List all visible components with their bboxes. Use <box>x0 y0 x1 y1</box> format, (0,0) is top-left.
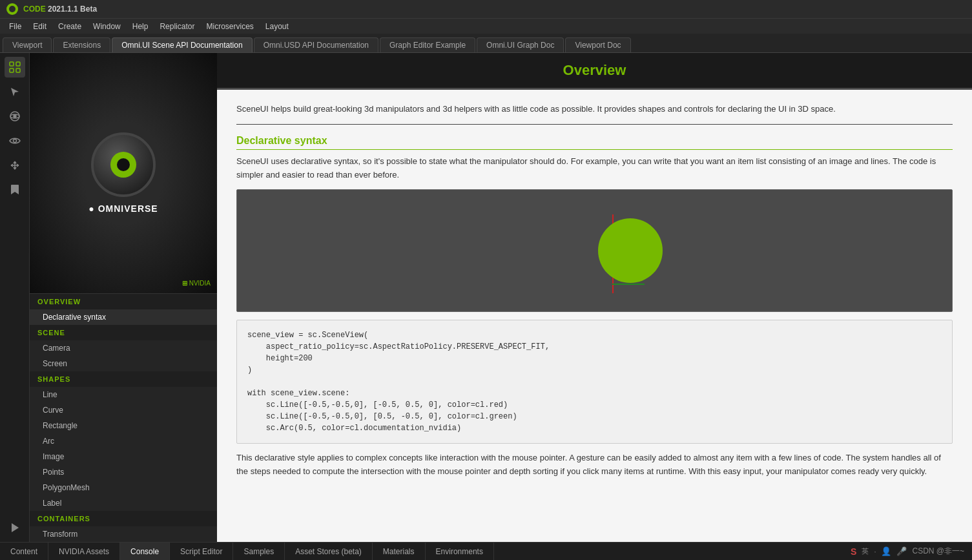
nav-item-label[interactable]: Label <box>30 495 217 511</box>
bottom-tab-materials[interactable]: Materials <box>373 543 426 560</box>
user-indicator: 👤 <box>881 546 891 556</box>
intro-paragraph: SceneUI helps build great-looking 3d man… <box>236 103 953 116</box>
tab-usd-api[interactable]: Omni.USD API Documentation <box>254 37 378 52</box>
tab-graph-doc[interactable]: Omni.UI Graph Doc <box>477 37 564 52</box>
demo-green-line <box>612 284 645 285</box>
svg-point-7 <box>13 140 16 143</box>
svg-rect-3 <box>16 68 20 72</box>
svg-rect-0 <box>10 62 14 66</box>
mic-indicator: 🎤 <box>896 546 907 556</box>
play-icon[interactable] <box>5 517 25 538</box>
ime-indicator: S <box>851 546 856 557</box>
bottom-tab-console[interactable]: Console <box>120 543 170 560</box>
menu-microservices[interactable]: Microservices <box>201 21 258 32</box>
nav-item-rectangle[interactable]: Rectangle <box>30 418 217 433</box>
nav-item-declarative-syntax[interactable]: Declarative syntax <box>30 309 217 325</box>
nav-item-image[interactable]: Image <box>30 449 217 464</box>
tab-extensions[interactable]: Extensions <box>53 37 110 52</box>
svg-point-6 <box>14 115 16 118</box>
menu-help[interactable]: Help <box>127 21 154 32</box>
nav-header-scene: SCENE <box>30 325 217 340</box>
declarative-paragraph: SceneUI uses declarative syntax, so it's… <box>236 155 953 182</box>
nav-item-polygonmesh[interactable]: PolygonMesh <box>30 480 217 495</box>
fit-screen-icon[interactable] <box>5 57 25 78</box>
demo-green-circle <box>598 218 663 283</box>
bottom-tab-script-editor[interactable]: Script Editor <box>170 543 233 560</box>
nav-item-camera[interactable]: Camera <box>30 340 217 356</box>
nav-item-screen[interactable]: Screen <box>30 356 217 371</box>
bottombar: Content NVIDIA Assets Console Script Edi… <box>0 542 972 560</box>
overview-header: Overview <box>217 53 972 90</box>
declarative-section-title: Declarative syntax <box>236 135 953 150</box>
svg-rect-1 <box>16 62 20 66</box>
bottom-tab-samples[interactable]: Samples <box>233 543 285 560</box>
omniverse-wordmark: ● OMNIVERSE <box>88 203 158 214</box>
nav-item-arc[interactable]: Arc <box>30 433 217 449</box>
nav-item-curve[interactable]: Curve <box>30 402 217 418</box>
titlebar: CODE 2021.1.1 Beta <box>0 0 972 18</box>
orbit-icon[interactable] <box>5 106 25 127</box>
menu-replicator[interactable]: Replicator <box>154 21 200 32</box>
closing-paragraph: This declarative style applies to comple… <box>236 451 953 479</box>
nav-item-line[interactable]: Line <box>30 387 217 402</box>
tab-viewport[interactable]: Viewport <box>3 37 52 52</box>
code-block: scene_view = sc.SceneView( aspect_ratio_… <box>236 320 953 444</box>
language-indicator: 英 <box>862 546 869 556</box>
icon-sidebar <box>0 53 30 542</box>
menu-window[interactable]: Window <box>88 21 126 32</box>
nav-header-overview: OVERVIEW <box>30 294 217 309</box>
csdn-label: CSDN @非一~ <box>912 546 964 557</box>
svg-marker-8 <box>12 523 19 532</box>
content-body: SceneUI helps build great-looking 3d man… <box>217 90 972 499</box>
nav-item-transform[interactable]: Transform <box>30 526 217 542</box>
tabbar: Viewport Extensions Omni.UI Scene API Do… <box>0 34 972 53</box>
omniverse-logo: ● OMNIVERSE <box>88 132 158 214</box>
omniverse-circle <box>91 132 156 197</box>
main-area: ● OMNIVERSE ⊞ NVIDIA OVERVIEW Declarativ… <box>0 53 972 542</box>
nvidia-logo: ⊞ NVIDIA <box>182 280 211 287</box>
bottom-right-area: S 英 · 👤 🎤 CSDN @非一~ <box>843 546 972 557</box>
nav-panel: OVERVIEW Declarative syntax SCENE Camera… <box>30 293 217 542</box>
content-area[interactable]: Overview SceneUI helps build great-looki… <box>217 53 972 542</box>
cursor-icon[interactable] <box>5 81 25 102</box>
overview-title: Overview <box>226 62 963 79</box>
section-divider-1 <box>236 124 953 125</box>
svg-rect-2 <box>10 68 14 72</box>
menubar: File Edit Create Window Help Replicator … <box>0 18 972 34</box>
tab-scene-api[interactable]: Omni.UI Scene API Documentation <box>112 37 252 52</box>
omni-inner-circle <box>110 152 136 178</box>
tab-viewport-doc[interactable]: Viewport Doc <box>565 37 630 52</box>
tab-graph-editor[interactable]: Graph Editor Example <box>380 37 475 52</box>
menu-file[interactable]: File <box>4 21 26 32</box>
bottom-tab-asset-stores[interactable]: Asset Stores (beta) <box>285 543 373 560</box>
app-title: CODE 2021.1.1 Beta <box>23 5 97 14</box>
app-logo <box>6 3 18 15</box>
menu-create[interactable]: Create <box>53 21 87 32</box>
preview-image: ● OMNIVERSE ⊞ NVIDIA <box>30 53 217 293</box>
demo-canvas <box>236 189 953 312</box>
nav-item-points[interactable]: Points <box>30 464 217 480</box>
menu-layout[interactable]: Layout <box>260 21 294 32</box>
bottom-tab-nvidia-assets[interactable]: NVIDIA Assets <box>48 543 120 560</box>
menu-edit[interactable]: Edit <box>28 21 52 32</box>
preview-panel: ● OMNIVERSE ⊞ NVIDIA OVERVIEW Declarativ… <box>30 53 217 542</box>
nav-header-containers: CONTAINERS <box>30 511 217 526</box>
bottom-tab-environments[interactable]: Environments <box>426 543 494 560</box>
bookmark-icon[interactable] <box>5 180 25 200</box>
nav-header-shapes: SHAPES <box>30 371 217 387</box>
move-icon[interactable] <box>5 155 25 176</box>
punctuation-indicator: · <box>874 548 876 555</box>
eye-icon[interactable] <box>5 130 25 151</box>
bottom-tab-content[interactable]: Content <box>0 543 48 560</box>
